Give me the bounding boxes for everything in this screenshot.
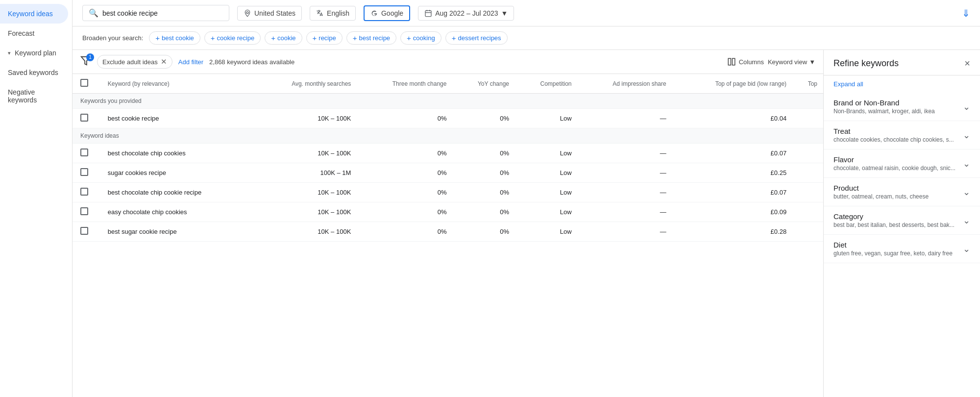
refine-section-brand-non-brand[interactable]: Brand or Non-BrandNon-Brands, walmart, k… — [824, 93, 980, 121]
sidebar-item-saved-keywords[interactable]: Saved keywords — [0, 63, 68, 82]
date-range-label: Aug 2022 – Jul 2023 — [435, 9, 498, 17]
broaden-chip[interactable]: +cooking — [400, 31, 441, 45]
keyword-view-button[interactable]: Keyword view ▼ — [768, 58, 815, 66]
col-keyword[interactable]: Keyword (by relevance) — [104, 74, 254, 94]
refine-section-diet[interactable]: Dietgluten free, vegan, sugar free, keto… — [824, 235, 980, 263]
language-selector[interactable]: English — [310, 6, 356, 21]
col-competition[interactable]: Competition — [515, 74, 578, 94]
row-top-bid: £0.09 — [672, 202, 792, 222]
broaden-chip-plus-icon: + — [452, 34, 456, 42]
row-competition: Low — [515, 109, 578, 128]
sidebar: Keyword ideasForecast▾Keyword planSaved … — [0, 0, 73, 397]
broaden-chip-plus-icon: + — [353, 34, 357, 42]
row-top — [792, 222, 823, 242]
table-row[interactable]: best chocolate chip cookies10K – 100K0%0… — [73, 144, 823, 163]
sidebar-item-forecast[interactable]: Forecast — [0, 24, 68, 43]
row-checkbox[interactable] — [73, 222, 104, 242]
location-label: United States — [254, 9, 295, 17]
row-top-bid: £0.07 — [672, 144, 792, 163]
col-checkbox[interactable] — [73, 74, 104, 94]
row-top — [792, 163, 823, 183]
refine-close-button[interactable]: × — [964, 58, 970, 69]
table-row[interactable]: best chocolate chip cookie recipe10K – 1… — [73, 183, 823, 202]
expand-all-button[interactable]: Expand all — [824, 75, 980, 93]
search-box[interactable]: 🔍 — [82, 5, 229, 21]
content-area: 1 Exclude adult ideas ✕ Add filter 2,868… — [73, 50, 980, 397]
search-input[interactable] — [102, 9, 220, 17]
exclude-chip-close[interactable]: ✕ — [161, 57, 167, 66]
refine-section-header[interactable]: Categorybest bar, best italian, best des… — [833, 212, 970, 228]
col-top-bid[interactable]: Top of page bid (low range) — [672, 74, 792, 94]
row-checkbox[interactable] — [73, 109, 104, 128]
row-ad-impression: — — [578, 183, 672, 202]
row-checkbox-box[interactable] — [80, 188, 88, 196]
columns-button[interactable]: Columns — [727, 57, 764, 66]
row-competition: Low — [515, 144, 578, 163]
google-icon — [370, 9, 378, 17]
row-keyword: best chocolate chip cookies — [104, 144, 254, 163]
exclude-chip-label: Exclude adult ideas — [102, 58, 158, 66]
refine-section-subtitle: chocolate cookies, chocolate chip cookie… — [833, 136, 954, 143]
refine-section-header[interactable]: Flavorchocolate, oatmeal raisin, cookie … — [833, 155, 970, 172]
sidebar-item-keyword-ideas[interactable]: Keyword ideas — [0, 4, 68, 24]
table-row[interactable]: sugar cookies recipe100K – 1M0%0%Low—£0.… — [73, 163, 823, 183]
refine-section-chevron-icon: ⌄ — [963, 101, 970, 112]
broaden-chip[interactable]: +cookie recipe — [204, 31, 261, 45]
refine-section-flavor[interactable]: Flavorchocolate, oatmeal raisin, cookie … — [824, 149, 980, 178]
broaden-chip[interactable]: +recipe — [306, 31, 343, 45]
platform-selector[interactable]: Google — [364, 5, 410, 21]
col-top[interactable]: Top — [792, 74, 823, 94]
filter-button[interactable]: 1 — [80, 55, 91, 69]
sidebar-item-keyword-plan[interactable]: ▾Keyword plan — [0, 43, 68, 63]
col-three-month[interactable]: Three month change — [357, 74, 452, 94]
refine-section-header[interactable]: Treatchocolate cookies, chocolate chip c… — [833, 127, 970, 143]
table-row[interactable]: easy chocolate chip cookies10K – 100K0%0… — [73, 202, 823, 222]
sidebar-item-label: Saved keywords — [8, 69, 58, 76]
row-yoy: 0% — [452, 183, 515, 202]
table-row[interactable]: best cookie recipe10K – 100K0%0%Low—£0.0… — [73, 109, 823, 128]
refine-section-category[interactable]: Categorybest bar, best italian, best des… — [824, 206, 980, 235]
broaden-chip[interactable]: +dessert recipes — [445, 31, 508, 45]
row-checkbox[interactable] — [73, 183, 104, 202]
row-checkbox[interactable] — [73, 163, 104, 183]
broaden-chip-label: best cookie — [162, 34, 194, 42]
refine-section-chevron-icon: ⌄ — [963, 158, 970, 169]
sidebar-item-label: Keyword ideas — [8, 10, 53, 18]
row-checkbox[interactable] — [73, 202, 104, 222]
row-checkbox[interactable] — [73, 144, 104, 163]
location-selector[interactable]: United States — [237, 6, 302, 21]
row-checkbox-box[interactable] — [80, 168, 88, 176]
col-ad-impression[interactable]: Ad impression share — [578, 74, 672, 94]
refine-section-header[interactable]: Productbutter, oatmeal, cream, nuts, che… — [833, 184, 970, 200]
row-checkbox-box[interactable] — [80, 207, 88, 215]
download-button[interactable]: ⇓ — [962, 7, 970, 19]
refine-section-header[interactable]: Dietgluten free, vegan, sugar free, keto… — [833, 241, 970, 257]
add-filter-button[interactable]: Add filter — [178, 58, 203, 66]
broaden-chip[interactable]: +best recipe — [346, 31, 396, 45]
col-avg-monthly[interactable]: Avg. monthly searches — [254, 74, 357, 94]
row-checkbox-box[interactable] — [80, 149, 88, 156]
col-yoy[interactable]: YoY change — [452, 74, 515, 94]
sidebar-item-negative-keywords[interactable]: Negative keywords — [0, 82, 68, 110]
kw-view-chevron: ▼ — [809, 58, 815, 66]
broaden-chip[interactable]: +best cookie — [149, 31, 200, 45]
refine-section-chevron-icon: ⌄ — [963, 215, 970, 226]
select-all-checkbox[interactable] — [80, 79, 88, 87]
refine-section-treat[interactable]: Treatchocolate cookies, chocolate chip c… — [824, 121, 980, 149]
row-three-month: 0% — [357, 144, 452, 163]
row-checkbox-box[interactable] — [80, 227, 88, 235]
refine-section-header[interactable]: Brand or Non-BrandNon-Brands, walmart, k… — [833, 99, 970, 115]
table-section-label: Keyword ideas — [73, 128, 823, 144]
refine-section-product[interactable]: Productbutter, oatmeal, cream, nuts, che… — [824, 178, 980, 206]
broaden-chip-plus-icon: + — [271, 34, 275, 42]
refine-section-title: Category — [833, 212, 955, 221]
date-range-selector[interactable]: Aug 2022 – Jul 2023 ▼ — [418, 6, 514, 21]
row-checkbox-box[interactable] — [80, 114, 88, 122]
table-row[interactable]: best sugar cookie recipe10K – 100K0%0%Lo… — [73, 222, 823, 242]
toolbar-right: Columns Keyword view ▼ — [727, 57, 815, 66]
refine-section-chevron-icon: ⌄ — [963, 244, 970, 254]
broaden-chip[interactable]: +cookie — [265, 31, 302, 45]
refine-section-chevron-icon: ⌄ — [963, 130, 970, 141]
exclude-chip[interactable]: Exclude adult ideas ✕ — [97, 55, 172, 69]
row-yoy: 0% — [452, 222, 515, 242]
